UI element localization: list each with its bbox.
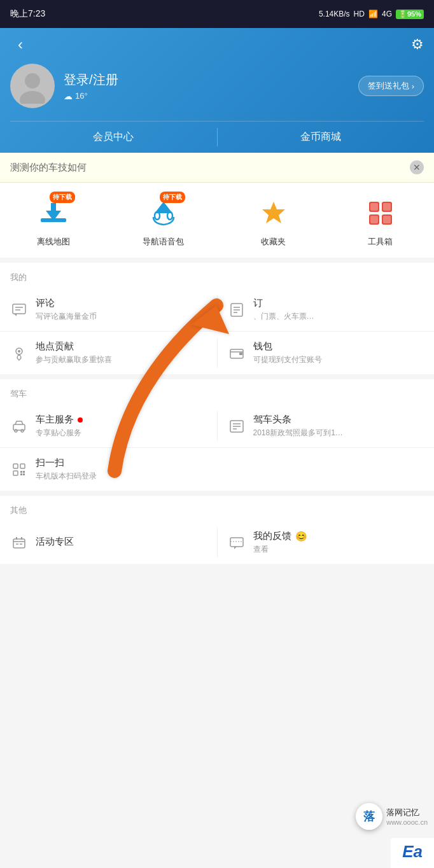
network-type: HD — [354, 10, 365, 18]
order-icon — [228, 301, 246, 319]
other-row-1: 活动专区 我的反馈 😊 查看 — [0, 521, 434, 564]
network-speed: 5.14KB/s — [319, 10, 350, 18]
svg-rect-36 — [13, 464, 18, 468]
settings-button[interactable]: ⚙ — [411, 36, 424, 53]
menu-item-wallet[interactable]: 钱包 可提现到支付宝账号 — [218, 332, 435, 374]
comment-sub: 写评论赢海量金币 — [36, 311, 207, 322]
battery-icon: 🔋 95% — [396, 10, 424, 19]
svg-point-25 — [18, 350, 20, 353]
order-content: 订 、门票、火车票… — [253, 297, 424, 322]
watermark: 落 落网记忆 www.oooc.cn — [356, 803, 428, 830]
profile-info: 登录/注册 ☁ 16° — [64, 71, 349, 101]
svg-rect-12 — [370, 203, 378, 211]
drive-news-content: 驾车头条 2018新政驾照最多可到1… — [253, 414, 424, 438]
toolbox-label: 工具箱 — [368, 236, 393, 248]
watermark-icon: 落 — [356, 803, 382, 830]
weather-icon: ☁ — [64, 91, 73, 101]
svg-rect-42 — [23, 473, 25, 475]
wallet-icon — [228, 344, 246, 362]
tab-member[interactable]: 会员中心 — [10, 122, 217, 153]
bottom-label: Ea — [391, 838, 434, 868]
signal-icon: 📶 — [368, 10, 378, 18]
activity-icon — [10, 534, 28, 552]
svg-text:落: 落 — [363, 810, 375, 823]
car-service-dot — [78, 417, 83, 423]
svg-rect-39 — [20, 471, 22, 473]
menu-item-comment[interactable]: 评论 写评论赢海量金币 — [0, 288, 217, 331]
car-service-label: 车主服务 — [36, 414, 207, 426]
status-right: 5.14KB/s HD 📶 4G 🔋 95% — [319, 10, 424, 19]
svg-rect-13 — [383, 203, 391, 211]
banner-text: 测测你的车技如何 — [10, 162, 87, 174]
back-button[interactable]: ‹ — [10, 36, 31, 53]
scan-label: 扫一扫 — [36, 457, 424, 469]
quick-item-toolbox[interactable]: 工具箱 — [363, 195, 398, 248]
avatar-icon — [15, 68, 50, 104]
favorites-icon — [258, 198, 289, 228]
quick-item-offline-map[interactable]: 待下载 离线地图 — [36, 195, 71, 248]
car-service-content: 车主服务 专享贴心服务 — [36, 414, 207, 438]
svg-rect-38 — [13, 471, 18, 475]
svg-point-31 — [21, 430, 24, 432]
header-top: ‹ ⚙ — [10, 36, 424, 53]
comment-icon — [10, 301, 28, 319]
signin-button[interactable]: 签到送礼包 › — [358, 76, 424, 96]
login-text[interactable]: 登录/注册 — [64, 71, 349, 88]
feedback-icon — [228, 534, 246, 552]
menu-item-location[interactable]: 地点贡献 参与贡献赢取多重惊喜 — [0, 332, 217, 374]
offline-map-icon-wrap: 待下载 — [36, 195, 71, 231]
menu-item-activity[interactable]: 活动专区 — [0, 521, 217, 564]
quick-item-favorites[interactable]: 收藏夹 — [256, 195, 291, 248]
svg-rect-37 — [20, 464, 25, 468]
activity-content: 活动专区 — [36, 536, 207, 550]
svg-rect-40 — [23, 471, 25, 473]
banner-close-button[interactable]: ✕ — [410, 160, 424, 174]
mine-row-2: 地点贡献 参与贡献赢取多重惊喜 钱包 可提现到支付宝账号 — [0, 332, 434, 374]
menu-item-order[interactable]: 订 、门票、火车票… — [218, 288, 435, 331]
menu-item-feedback[interactable]: 我的反馈 😊 查看 — [218, 521, 435, 564]
quick-access: 待下载 离线地图 待下载 导航语音包 收藏夹 — [0, 183, 434, 263]
profile-area: 登录/注册 ☁ 16° 签到送礼包 › — [10, 64, 424, 108]
avatar[interactable] — [10, 64, 55, 108]
svg-rect-43 — [13, 539, 25, 548]
status-bar: 晚上7:23 5.14KB/s HD 📶 4G 🔋 95% — [0, 0, 434, 28]
section-other-title: 其他 — [0, 496, 434, 521]
location-label: 地点贡献 — [36, 340, 207, 353]
weather-info: ☁ 16° — [64, 91, 349, 101]
toolbox-icon — [365, 198, 396, 228]
watermark-name: 落网记忆 — [386, 807, 428, 818]
header-bg: ‹ ⚙ 登录/注册 ☁ 16° 签到送礼包 › 会员中心 金币商城 — [0, 28, 434, 153]
car-service-sub: 专享贴心服务 — [36, 428, 207, 438]
nav-voice-label: 导航语音包 — [143, 236, 184, 248]
quick-item-nav-voice[interactable]: 待下载 导航语音包 — [143, 195, 184, 248]
svg-marker-3 — [46, 203, 61, 221]
watermark-text: 落网记忆 www.oooc.cn — [386, 807, 428, 826]
feedback-sub: 查看 — [253, 544, 424, 555]
comment-label: 评论 — [36, 297, 207, 309]
svg-marker-7 — [262, 202, 285, 223]
svg-rect-41 — [20, 473, 22, 475]
menu-item-scan[interactable]: 扫一扫 车机版本扫码登录 — [0, 448, 434, 491]
svg-rect-16 — [13, 304, 25, 314]
svg-rect-27 — [239, 353, 242, 355]
location-content: 地点贡献 参与贡献赢取多重惊喜 — [36, 340, 207, 365]
favorites-icon-wrap — [256, 195, 291, 231]
drive-news-label: 驾车头条 — [253, 414, 424, 426]
tab-gold[interactable]: 金币商城 — [218, 122, 424, 153]
watermark-logo: 落 — [356, 803, 382, 830]
location-sub: 参与贡献赢取多重惊喜 — [36, 354, 207, 365]
section-drive: 驾车 车主服务 专享贴心服务 — [0, 379, 434, 491]
menu-item-car-service[interactable]: 车主服务 专享贴心服务 — [0, 405, 217, 447]
offline-map-badge: 待下载 — [50, 192, 75, 203]
temperature: 16° — [75, 91, 88, 101]
watermark-site: www.oooc.cn — [386, 818, 428, 826]
feedback-content: 我的反馈 😊 查看 — [253, 530, 424, 555]
section-drive-title: 驾车 — [0, 379, 434, 405]
svg-point-1 — [20, 91, 45, 104]
comment-content: 评论 写评论赢海量金币 — [36, 297, 207, 322]
menu-item-drive-news[interactable]: 驾车头条 2018新政驾照最多可到1… — [218, 405, 435, 447]
nav-voice-icon-wrap: 待下载 — [146, 195, 181, 231]
banner: 测测你的车技如何 ✕ — [0, 153, 434, 183]
scan-sub: 车机版本扫码登录 — [36, 471, 424, 482]
section-other: 其他 活动专区 — [0, 496, 434, 564]
